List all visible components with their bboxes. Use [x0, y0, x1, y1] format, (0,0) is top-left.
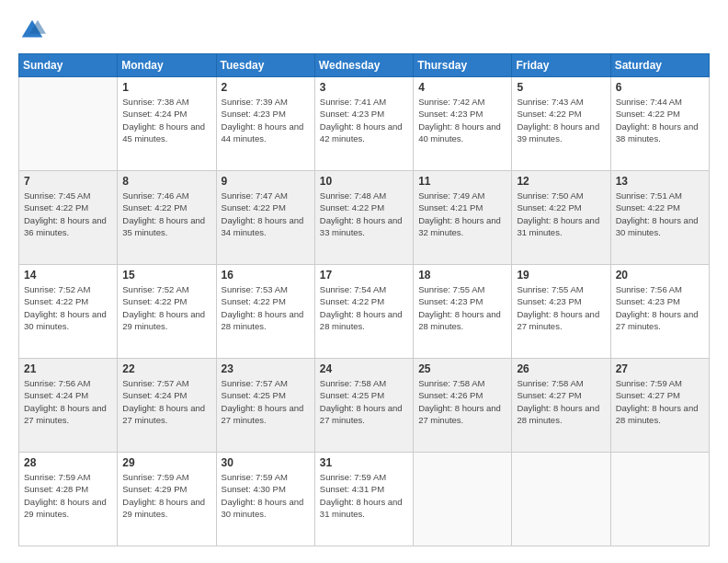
- calendar-cell: 18Sunrise: 7:55 AMSunset: 4:23 PMDayligh…: [414, 265, 512, 359]
- day-number: 23: [222, 362, 310, 375]
- day-number: 15: [122, 269, 210, 282]
- day-info: Sunrise: 7:51 AMSunset: 4:22 PMDaylight:…: [616, 190, 704, 238]
- calendar-table: SundayMondayTuesdayWednesdayThursdayFrid…: [18, 53, 710, 546]
- day-number: 29: [122, 456, 210, 469]
- calendar-cell: 29Sunrise: 7:59 AMSunset: 4:29 PMDayligh…: [118, 453, 216, 546]
- calendar-cell: [19, 77, 118, 171]
- day-info: Sunrise: 7:57 AMSunset: 4:24 PMDaylight:…: [122, 377, 210, 426]
- calendar-cell: 25Sunrise: 7:58 AMSunset: 4:26 PMDayligh…: [414, 359, 512, 453]
- day-number: 11: [418, 175, 506, 188]
- day-info: Sunrise: 7:59 AMSunset: 4:27 PMDaylight:…: [616, 377, 704, 426]
- day-info: Sunrise: 7:58 AMSunset: 4:25 PMDaylight:…: [320, 377, 408, 426]
- calendar-cell: 19Sunrise: 7:55 AMSunset: 4:23 PMDayligh…: [512, 265, 610, 359]
- day-number: 5: [517, 81, 605, 94]
- day-info: Sunrise: 7:50 AMSunset: 4:22 PMDaylight:…: [517, 190, 605, 238]
- day-info: Sunrise: 7:45 AMSunset: 4:22 PMDaylight:…: [24, 190, 112, 238]
- calendar-cell: 10Sunrise: 7:48 AMSunset: 4:22 PMDayligh…: [314, 171, 413, 265]
- day-info: Sunrise: 7:54 AMSunset: 4:22 PMDaylight:…: [320, 283, 408, 332]
- day-number: 22: [122, 362, 210, 375]
- day-info: Sunrise: 7:58 AMSunset: 4:26 PMDaylight:…: [418, 377, 506, 426]
- day-number: 9: [222, 175, 310, 188]
- logo: [18, 17, 51, 44]
- day-info: Sunrise: 7:46 AMSunset: 4:22 PMDaylight:…: [122, 190, 210, 238]
- calendar-cell: 31Sunrise: 7:59 AMSunset: 4:31 PMDayligh…: [314, 453, 413, 546]
- day-info: Sunrise: 7:59 AMSunset: 4:30 PMDaylight:…: [222, 471, 310, 520]
- day-number: 24: [320, 362, 408, 375]
- day-number: 14: [24, 269, 112, 282]
- weekday-header-monday: Monday: [118, 54, 216, 77]
- day-info: Sunrise: 7:39 AMSunset: 4:23 PMDaylight:…: [222, 96, 310, 144]
- day-number: 27: [616, 362, 704, 375]
- day-number: 2: [222, 81, 310, 94]
- calendar-week-row: 28Sunrise: 7:59 AMSunset: 4:28 PMDayligh…: [19, 453, 710, 546]
- calendar-cell: 11Sunrise: 7:49 AMSunset: 4:21 PMDayligh…: [414, 171, 512, 265]
- day-number: 4: [418, 81, 506, 94]
- calendar-cell: [414, 453, 512, 546]
- day-info: Sunrise: 7:48 AMSunset: 4:22 PMDaylight:…: [320, 190, 408, 238]
- calendar-week-row: 7Sunrise: 7:45 AMSunset: 4:22 PMDaylight…: [19, 171, 710, 265]
- calendar-cell: 4Sunrise: 7:42 AMSunset: 4:23 PMDaylight…: [414, 77, 512, 171]
- calendar-week-row: 1Sunrise: 7:38 AMSunset: 4:24 PMDaylight…: [19, 77, 710, 171]
- header: [18, 17, 710, 44]
- calendar-cell: [610, 453, 709, 546]
- calendar-cell: 15Sunrise: 7:52 AMSunset: 4:22 PMDayligh…: [118, 265, 216, 359]
- day-info: Sunrise: 7:38 AMSunset: 4:24 PMDaylight:…: [122, 96, 210, 144]
- weekday-header-sunday: Sunday: [19, 54, 118, 77]
- calendar-cell: 5Sunrise: 7:43 AMSunset: 4:22 PMDaylight…: [512, 77, 610, 171]
- calendar-cell: 24Sunrise: 7:58 AMSunset: 4:25 PMDayligh…: [314, 359, 413, 453]
- calendar-cell: 12Sunrise: 7:50 AMSunset: 4:22 PMDayligh…: [512, 171, 610, 265]
- day-number: 12: [517, 175, 605, 188]
- weekday-header-tuesday: Tuesday: [216, 54, 314, 77]
- day-number: 31: [320, 456, 408, 469]
- day-number: 7: [24, 175, 112, 188]
- calendar-cell: 30Sunrise: 7:59 AMSunset: 4:30 PMDayligh…: [216, 453, 314, 546]
- day-info: Sunrise: 7:56 AMSunset: 4:23 PMDaylight:…: [616, 283, 704, 332]
- page: SundayMondayTuesdayWednesdayThursdayFrid…: [0, 0, 728, 563]
- day-info: Sunrise: 7:59 AMSunset: 4:31 PMDaylight:…: [320, 471, 408, 520]
- day-info: Sunrise: 7:59 AMSunset: 4:28 PMDaylight:…: [24, 471, 112, 520]
- day-info: Sunrise: 7:42 AMSunset: 4:23 PMDaylight:…: [418, 96, 506, 144]
- calendar-cell: 16Sunrise: 7:53 AMSunset: 4:22 PMDayligh…: [216, 265, 314, 359]
- weekday-header-row: SundayMondayTuesdayWednesdayThursdayFrid…: [19, 54, 710, 77]
- day-number: 8: [122, 175, 210, 188]
- day-number: 21: [24, 362, 112, 375]
- weekday-header-friday: Friday: [512, 54, 610, 77]
- calendar-cell: 20Sunrise: 7:56 AMSunset: 4:23 PMDayligh…: [610, 265, 709, 359]
- day-number: 10: [320, 175, 408, 188]
- calendar-cell: 27Sunrise: 7:59 AMSunset: 4:27 PMDayligh…: [610, 359, 709, 453]
- day-info: Sunrise: 7:49 AMSunset: 4:21 PMDaylight:…: [418, 190, 506, 238]
- calendar-cell: 1Sunrise: 7:38 AMSunset: 4:24 PMDaylight…: [118, 77, 216, 171]
- day-info: Sunrise: 7:56 AMSunset: 4:24 PMDaylight:…: [24, 377, 112, 426]
- calendar-cell: [512, 453, 610, 546]
- day-info: Sunrise: 7:41 AMSunset: 4:23 PMDaylight:…: [320, 96, 408, 144]
- day-info: Sunrise: 7:52 AMSunset: 4:22 PMDaylight:…: [24, 283, 112, 332]
- day-number: 28: [24, 456, 112, 469]
- day-number: 13: [616, 175, 704, 188]
- calendar-cell: 3Sunrise: 7:41 AMSunset: 4:23 PMDaylight…: [314, 77, 413, 171]
- calendar-cell: 2Sunrise: 7:39 AMSunset: 4:23 PMDaylight…: [216, 77, 314, 171]
- day-number: 18: [418, 269, 506, 282]
- logo-icon: [18, 17, 46, 44]
- day-number: 16: [222, 269, 310, 282]
- weekday-header-wednesday: Wednesday: [314, 54, 413, 77]
- calendar-week-row: 21Sunrise: 7:56 AMSunset: 4:24 PMDayligh…: [19, 359, 710, 453]
- calendar-cell: 9Sunrise: 7:47 AMSunset: 4:22 PMDaylight…: [216, 171, 314, 265]
- calendar-cell: 21Sunrise: 7:56 AMSunset: 4:24 PMDayligh…: [19, 359, 118, 453]
- day-info: Sunrise: 7:55 AMSunset: 4:23 PMDaylight:…: [418, 283, 506, 332]
- day-info: Sunrise: 7:52 AMSunset: 4:22 PMDaylight:…: [122, 283, 210, 332]
- day-number: 3: [320, 81, 408, 94]
- calendar-cell: 8Sunrise: 7:46 AMSunset: 4:22 PMDaylight…: [118, 171, 216, 265]
- calendar-cell: 26Sunrise: 7:58 AMSunset: 4:27 PMDayligh…: [512, 359, 610, 453]
- day-info: Sunrise: 7:58 AMSunset: 4:27 PMDaylight:…: [517, 377, 605, 426]
- calendar-cell: 14Sunrise: 7:52 AMSunset: 4:22 PMDayligh…: [19, 265, 118, 359]
- calendar-week-row: 14Sunrise: 7:52 AMSunset: 4:22 PMDayligh…: [19, 265, 710, 359]
- day-number: 1: [122, 81, 210, 94]
- day-number: 30: [222, 456, 310, 469]
- day-info: Sunrise: 7:43 AMSunset: 4:22 PMDaylight:…: [517, 96, 605, 144]
- weekday-header-thursday: Thursday: [414, 54, 512, 77]
- calendar-cell: 6Sunrise: 7:44 AMSunset: 4:22 PMDaylight…: [610, 77, 709, 171]
- calendar-cell: 7Sunrise: 7:45 AMSunset: 4:22 PMDaylight…: [19, 171, 118, 265]
- day-info: Sunrise: 7:53 AMSunset: 4:22 PMDaylight:…: [222, 283, 310, 332]
- calendar-cell: 22Sunrise: 7:57 AMSunset: 4:24 PMDayligh…: [118, 359, 216, 453]
- day-info: Sunrise: 7:55 AMSunset: 4:23 PMDaylight:…: [517, 283, 605, 332]
